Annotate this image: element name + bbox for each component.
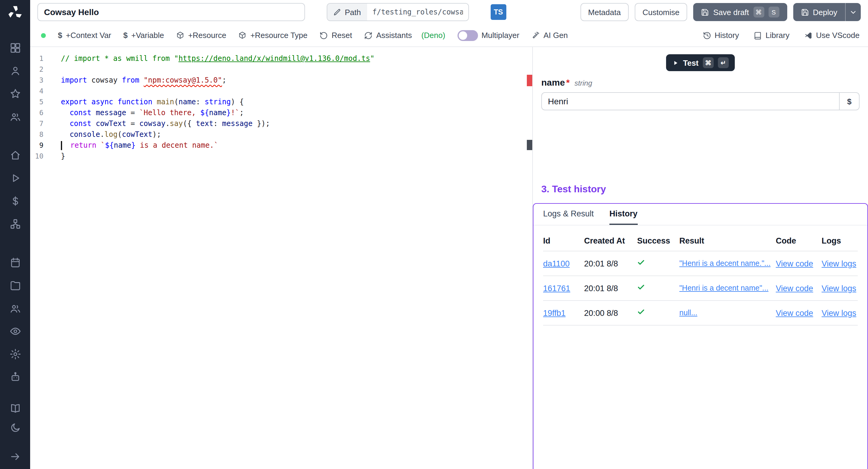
line-number: 4 xyxy=(30,86,43,96)
view-logs-link[interactable]: View logs xyxy=(822,301,858,325)
run-id-link[interactable]: 19ffb1 xyxy=(543,301,584,325)
folders-icon[interactable] xyxy=(8,279,22,292)
assistants-button[interactable]: Assistants (Deno) xyxy=(364,31,445,40)
test-label: Test xyxy=(683,58,699,67)
code-line[interactable]: console.log(cowText); xyxy=(61,129,525,140)
ai-gen-label: AI Gen xyxy=(544,31,568,40)
history-button[interactable]: History xyxy=(703,31,739,40)
arg-label-row: name* string xyxy=(541,77,860,87)
line-number: 6 xyxy=(30,107,43,118)
reset-button[interactable]: Reset xyxy=(319,31,352,40)
result-link[interactable]: null... xyxy=(679,301,776,325)
code-line[interactable]: return `${name} is a decent name.` xyxy=(61,140,525,151)
code-editor[interactable]: 12345678910 // import * as wmill from "h… xyxy=(30,47,532,469)
deploy-button[interactable]: Deploy xyxy=(793,3,845,21)
variables-dollar-icon[interactable] xyxy=(8,194,22,207)
code-line[interactable] xyxy=(61,64,525,75)
multiplayer-toggle[interactable] xyxy=(457,30,478,41)
toolbar-right: History Library Use VScode xyxy=(703,31,860,40)
line-number: 1 xyxy=(30,53,43,64)
resources-icon[interactable] xyxy=(8,217,22,230)
code-line[interactable]: export async function main(name: string)… xyxy=(61,96,525,107)
code-line[interactable]: const message = `Hello there, ${name}!`; xyxy=(61,107,525,118)
grid-icon[interactable] xyxy=(8,41,22,54)
view-code-link[interactable]: View code xyxy=(776,301,822,325)
arg-input-row: $ xyxy=(541,92,860,110)
editor-toolbar: $+Context Var $+Variable +Resource +Reso… xyxy=(30,24,868,47)
view-logs-link[interactable]: View logs xyxy=(822,251,858,276)
star-icon[interactable] xyxy=(8,87,22,100)
theme-moon-icon[interactable] xyxy=(8,421,22,434)
code-line[interactable]: import cowsay from "npm:cowsay@1.5.0"; xyxy=(61,75,525,86)
add-resource-type-button[interactable]: +Resource Type xyxy=(239,31,308,40)
view-logs-link[interactable]: View logs xyxy=(822,276,858,301)
save-draft-button[interactable]: Save draft ⌘ S xyxy=(693,3,787,21)
docs-book-icon[interactable] xyxy=(8,402,22,415)
use-vscode-button[interactable]: Use VScode xyxy=(804,31,860,40)
add-variable-button[interactable]: $+Variable xyxy=(123,31,164,40)
cmd-key-badge: ⌘ xyxy=(753,7,764,18)
customise-button[interactable]: Customise xyxy=(635,3,687,21)
pencil-icon xyxy=(333,8,341,16)
test-button[interactable]: Test ⌘ ↵ xyxy=(666,54,735,71)
audit-eye-icon[interactable] xyxy=(8,324,22,338)
save-draft-label: Save draft xyxy=(713,7,749,17)
result-link[interactable]: "Henri is a decent name."... xyxy=(679,251,776,276)
run-id-link[interactable]: da1100 xyxy=(543,251,584,276)
expand-sidebar-arrow-icon[interactable] xyxy=(8,450,22,463)
assistants-label: Assistants xyxy=(376,31,412,40)
editor-code[interactable]: // import * as wmill from "https://deno.… xyxy=(61,53,525,162)
library-button[interactable]: Library xyxy=(753,31,789,40)
deploy-label: Deploy xyxy=(813,7,837,17)
runs-play-icon[interactable] xyxy=(8,171,22,184)
library-label: Library xyxy=(766,31,789,40)
code-line[interactable]: } xyxy=(61,151,525,162)
windmill-logo-icon[interactable] xyxy=(7,5,23,21)
run-id-link[interactable]: 161761 xyxy=(543,276,584,301)
test-history-panel: Logs & ResultHistory IdCreated AtSuccess… xyxy=(533,203,868,469)
script-name-input[interactable] xyxy=(37,3,305,21)
created-at-cell: 20:01 8/8 xyxy=(584,276,637,301)
refresh-icon xyxy=(364,31,373,39)
code-line[interactable] xyxy=(61,86,525,96)
code-line[interactable]: const cowText = cowsay.say({ text: messa… xyxy=(61,118,525,129)
groups-icon[interactable] xyxy=(8,302,22,315)
path-label: Path xyxy=(345,7,361,17)
view-code-link[interactable]: View code xyxy=(776,251,822,276)
result-link[interactable]: "Henri is a decent name"... xyxy=(679,276,776,301)
right-panel: Test ⌘ ↵ name* string $ 3. Test history … xyxy=(532,47,868,469)
add-resource-button[interactable]: +Resource xyxy=(176,31,226,40)
reset-label: Reset xyxy=(332,31,352,40)
ai-gen-button[interactable]: AI Gen xyxy=(531,31,568,40)
success-check-icon xyxy=(637,251,679,276)
col-header-created-at: Created At xyxy=(584,230,637,251)
add-context-var-button[interactable]: $+Context Var xyxy=(58,31,111,40)
deploy-options-button[interactable] xyxy=(845,3,861,21)
dollar-icon: $ xyxy=(123,31,127,40)
tab-logs-result[interactable]: Logs & Result xyxy=(543,204,594,225)
home-icon[interactable] xyxy=(8,148,22,162)
history-table-head-row: IdCreated AtSuccessResultCodeLogs xyxy=(543,230,858,251)
test-row: Test ⌘ ↵ xyxy=(533,54,868,71)
history-clock-icon xyxy=(703,31,711,39)
topbar: Path TS Metadata Customise Save draft ⌘ … xyxy=(30,0,868,24)
path-value-input[interactable] xyxy=(367,4,468,21)
user-icon[interactable] xyxy=(8,64,22,77)
tab-history[interactable]: History xyxy=(610,204,638,225)
view-code-link[interactable]: View code xyxy=(776,276,822,301)
metadata-button[interactable]: Metadata xyxy=(580,3,628,21)
path-edit-button[interactable]: Path xyxy=(327,4,367,21)
resource-type-label: +Resource Type xyxy=(250,31,308,40)
schedules-calendar-icon[interactable] xyxy=(8,256,22,269)
wand-icon xyxy=(531,31,540,39)
line-number: 5 xyxy=(30,96,43,107)
chevron-down-icon xyxy=(849,8,857,16)
team-icon[interactable] xyxy=(8,110,22,123)
settings-gear-icon[interactable] xyxy=(8,347,22,361)
use-vscode-label: Use VScode xyxy=(816,31,860,40)
vscode-icon xyxy=(804,31,812,39)
raw-json-toggle-button[interactable]: $ xyxy=(839,92,860,110)
workers-robot-icon[interactable] xyxy=(8,370,22,383)
arg-name-input[interactable] xyxy=(541,92,839,110)
code-line[interactable]: // import * as wmill from "https://deno.… xyxy=(61,53,525,64)
